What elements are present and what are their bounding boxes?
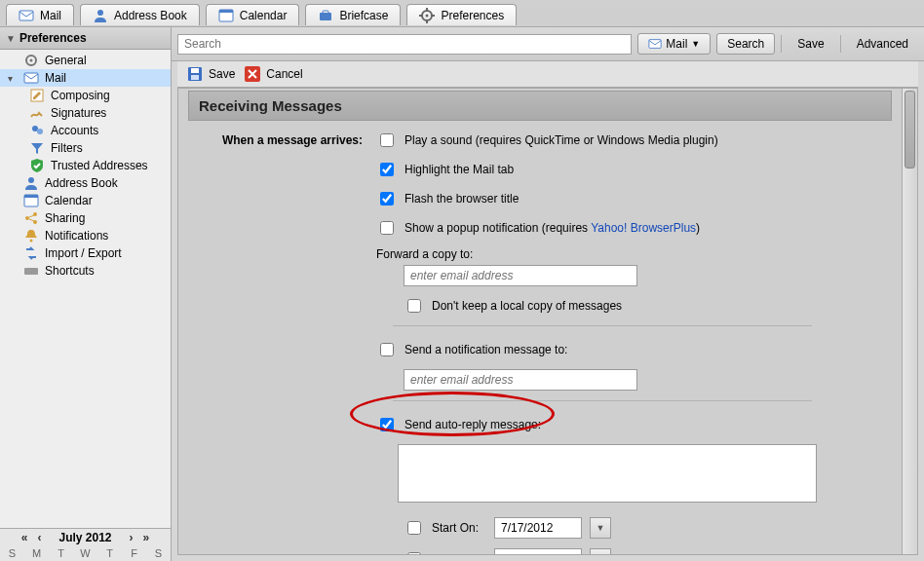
popup-text-post: ) [696, 221, 700, 235]
floppy-icon [187, 66, 203, 82]
svg-rect-0 [19, 11, 33, 20]
flash-title-checkbox[interactable] [380, 192, 394, 206]
svg-point-7 [426, 14, 429, 17]
svg-point-16 [32, 126, 38, 131]
dow: M [30, 547, 44, 559]
end-date-input[interactable] [494, 548, 582, 554]
chevron-down-icon: ▼ [597, 523, 605, 533]
svg-point-17 [37, 129, 43, 134]
tree-sharing[interactable]: Sharing [0, 209, 171, 227]
vertical-scrollbar[interactable] [902, 89, 917, 554]
forward-email-input[interactable] [404, 265, 637, 286]
tree-shortcuts[interactable]: Shortcuts [0, 262, 171, 280]
tree-accounts[interactable]: Accounts [0, 122, 171, 139]
tree-label: Mail [45, 71, 66, 85]
forward-copy-label: Forward a copy to: [376, 247, 473, 261]
browserplus-link[interactable]: Yahoo! BrowserPlus [591, 221, 696, 235]
mini-calendar: « ‹ July 2012 › » S M T W T F S [0, 528, 171, 561]
tree-general[interactable]: General [0, 52, 171, 69]
popup-label: Show a popup notification (requires Yaho… [404, 221, 700, 235]
search-input[interactable] [177, 34, 632, 55]
app-tabs: Mail Address Book Calendar Briefcase Pre… [0, 0, 924, 27]
notify-checkbox[interactable] [380, 343, 394, 356]
sidebar-title: Preferences [19, 31, 87, 45]
dow: T [55, 547, 68, 559]
svg-rect-28 [191, 68, 199, 73]
search-button[interactable]: Search [716, 33, 775, 55]
cal-next-month[interactable]: › [128, 531, 135, 544]
start-date-input[interactable] [494, 517, 582, 539]
tab-mail-label: Mail [40, 9, 61, 22]
keyboard-icon [23, 263, 39, 279]
cal-prev-month[interactable]: ‹ [35, 531, 43, 544]
expand-icon[interactable]: ▾ [8, 73, 18, 84]
svg-rect-14 [24, 73, 38, 83]
search-scope-menu[interactable]: Mail ▼ [637, 33, 711, 55]
cancel-button[interactable]: Cancel [245, 66, 302, 82]
tree-mail[interactable]: ▾ Mail [0, 69, 171, 87]
tab-addressbook-label: Address Book [114, 9, 187, 22]
save-search-button[interactable]: Save [788, 33, 833, 55]
notify-email-input[interactable] [404, 369, 637, 391]
bell-icon [23, 228, 39, 243]
start-on-checkbox[interactable] [407, 521, 421, 535]
tab-briefcase-label: Briefcase [339, 9, 388, 22]
play-sound-checkbox[interactable] [380, 133, 394, 147]
cancel-icon [245, 66, 260, 82]
no-local-checkbox[interactable] [407, 299, 421, 313]
tree-label: Composing [51, 89, 110, 102]
tree-importexport[interactable]: Import / Export [0, 244, 171, 262]
popup-checkbox[interactable] [380, 221, 394, 235]
tab-briefcase[interactable]: Briefcase [305, 4, 401, 25]
tree-label: Trusted Addresses [51, 159, 148, 172]
end-on-checkbox[interactable] [407, 552, 421, 554]
tree-filters[interactable]: Filters [0, 139, 171, 157]
autoreply-label: Send auto-reply message: [404, 418, 541, 431]
cal-prev-year[interactable]: « [19, 531, 30, 544]
section-body: When a message arrives: Play a sound (re… [188, 121, 892, 554]
person-icon [23, 175, 39, 191]
calendar-icon [23, 193, 39, 208]
end-date-picker[interactable]: ▼ [590, 548, 611, 554]
tree-signatures[interactable]: Signatures [0, 104, 171, 122]
divider [393, 325, 812, 326]
tree-trusted[interactable]: Trusted Addresses [0, 157, 171, 174]
tab-preferences[interactable]: Preferences [406, 4, 517, 25]
tree-label: Calendar [45, 194, 93, 207]
save-button[interactable]: Save [187, 66, 235, 82]
highlight-tab-checkbox[interactable] [380, 163, 394, 176]
tree-label: Accounts [51, 124, 98, 137]
svg-rect-26 [649, 40, 661, 49]
start-date-picker[interactable]: ▼ [590, 517, 611, 539]
tab-calendar[interactable]: Calendar [206, 4, 300, 25]
tab-addressbook[interactable]: Address Book [80, 4, 200, 25]
cal-dow-row: S M T W T F S [0, 546, 171, 561]
tree-calendar[interactable]: Calendar [0, 192, 171, 209]
advanced-search-button[interactable]: Advanced [847, 33, 918, 55]
play-sound-label: Play a sound (requires QuickTime or Wind… [404, 133, 718, 147]
tree-notifications[interactable]: Notifications [0, 227, 171, 244]
tab-mail[interactable]: Mail [6, 4, 74, 25]
scrollbar-thumb[interactable] [905, 91, 915, 168]
search-button-label: Search [727, 37, 764, 51]
tree-label: Signatures [51, 106, 106, 120]
tree-composing[interactable]: Composing [0, 87, 171, 104]
cal-next-year[interactable]: » [141, 531, 152, 544]
compose-icon [29, 88, 45, 103]
autoreply-textarea[interactable] [398, 444, 817, 503]
svg-rect-29 [191, 75, 199, 80]
svg-rect-20 [24, 195, 38, 198]
tree-addressbook[interactable]: Address Book [0, 174, 171, 192]
svg-point-1 [97, 10, 103, 16]
dow: F [128, 547, 141, 559]
tab-calendar-label: Calendar [240, 9, 288, 22]
popup-text-pre: Show a popup notification (requires [404, 221, 591, 235]
svg-rect-5 [323, 11, 328, 14]
svg-point-13 [30, 59, 33, 62]
preferences-tree: General ▾ Mail Composing Signatures Acco… [0, 50, 171, 528]
dow: W [79, 547, 93, 559]
separator [781, 35, 782, 53]
gear-icon [23, 53, 39, 68]
sidebar-header[interactable]: ▼ Preferences [0, 27, 171, 50]
autoreply-checkbox[interactable] [380, 418, 394, 431]
